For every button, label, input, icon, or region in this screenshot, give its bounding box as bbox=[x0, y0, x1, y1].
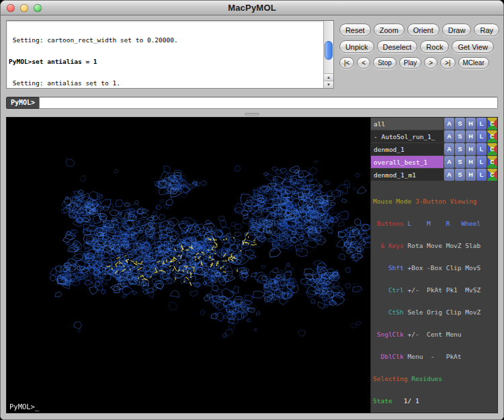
mclear-button[interactable]: MClear bbox=[458, 57, 489, 69]
upper-section: Setting: cartoon_rect_width set to 0.200… bbox=[1, 15, 503, 96]
mouse-keys-row: & Keys Rota Move MovZ Slab bbox=[373, 242, 497, 249]
console-output: Setting: cartoon_rect_width set to 0.200… bbox=[6, 20, 334, 89]
mouse-mode-header[interactable]: Mouse Mode 3-Button Viewing bbox=[373, 198, 497, 205]
orient-button[interactable]: Orient bbox=[407, 24, 439, 36]
movie-forward-button[interactable]: > bbox=[424, 57, 437, 69]
action-button-a[interactable]: A bbox=[444, 143, 454, 155]
color-button-c[interactable]: C bbox=[487, 169, 497, 181]
get-view-button[interactable]: Get View bbox=[452, 40, 493, 53]
splitter bbox=[1, 112, 503, 117]
title-bar[interactable]: MacPyMOL bbox=[1, 1, 503, 15]
object-name[interactable]: denmod_1 bbox=[371, 143, 444, 155]
object-name[interactable]: overall_best_1 bbox=[371, 156, 444, 168]
bottom-frame bbox=[1, 413, 503, 419]
splitter-grip[interactable] bbox=[245, 113, 259, 116]
viewport-canvas[interactable] bbox=[7, 118, 370, 413]
object-panel: all A S H L C - AutoSol_run_1_ A S H L C… bbox=[370, 117, 498, 413]
button-row-1: Reset Zoom Orient Draw Ray bbox=[339, 24, 499, 36]
movie-first-button[interactable]: |< bbox=[339, 57, 354, 69]
action-button-a[interactable]: A bbox=[444, 156, 454, 168]
mouse-snglclk-row: SnglClk +/- Cent Menu bbox=[373, 331, 497, 338]
mouse-ctrl-row: Ctrl +/- PkAt Pk1 MvSZ bbox=[373, 286, 497, 294]
viewport-prompt: PyMOL>_ bbox=[9, 403, 39, 411]
object-row-autosol-run: - AutoSol_run_1_ A S H L C bbox=[371, 130, 497, 142]
mouse-ctsh-row: CtSh Sele Orig Clip MovZ bbox=[373, 308, 497, 316]
show-button-s[interactable]: S bbox=[455, 156, 465, 168]
control-buttons: Reset Zoom Orient Draw Ray Unpick Desele… bbox=[339, 20, 499, 93]
label-button-l[interactable]: L bbox=[476, 169, 487, 181]
window-title: MacPyMOL bbox=[1, 3, 503, 13]
console-line: Setting: cartoon_rect_width set to 0.200… bbox=[9, 37, 321, 44]
object-row-overall-best: overall_best_1 A S H L C bbox=[371, 156, 497, 168]
draw-button[interactable]: Draw bbox=[442, 24, 472, 36]
action-button-a[interactable]: A bbox=[444, 130, 454, 142]
hide-button-h[interactable]: H bbox=[466, 156, 476, 168]
ray-button[interactable]: Ray bbox=[474, 24, 499, 36]
selecting-mode-toggle[interactable]: Selecting Residues bbox=[373, 375, 497, 382]
hide-button-h[interactable]: H bbox=[466, 118, 476, 130]
console-scrollbar[interactable]: ▲ ▼ bbox=[323, 21, 333, 88]
hide-button-h[interactable]: H bbox=[466, 143, 476, 155]
rock-button[interactable]: Rock bbox=[420, 40, 449, 53]
console-text: Setting: cartoon_rect_width set to 0.200… bbox=[7, 21, 323, 88]
show-button-s[interactable]: S bbox=[455, 118, 465, 130]
mouse-shift-row: Shft +Box -Box Clip MovS bbox=[373, 264, 497, 271]
movie-back-button[interactable]: < bbox=[357, 57, 370, 69]
macpymol-window: MacPyMOL Setting: cartoon_rect_width set… bbox=[0, 0, 504, 420]
show-button-s[interactable]: S bbox=[455, 169, 465, 181]
zoom-window-button[interactable] bbox=[34, 4, 42, 12]
object-name[interactable]: - AutoSol_run_1_ bbox=[371, 130, 444, 142]
object-name[interactable]: all bbox=[371, 118, 444, 130]
window-controls bbox=[7, 4, 42, 12]
scroll-up-icon[interactable]: ▲ bbox=[324, 73, 333, 81]
button-row-3: |< < Stop Play > >| MClear bbox=[339, 57, 499, 69]
hide-button-h[interactable]: H bbox=[466, 130, 476, 142]
console-line: Setting: antialias set to 1. bbox=[9, 80, 321, 87]
button-row-2: Unpick Deselect Rock Get View bbox=[339, 40, 499, 53]
color-button-c[interactable]: C bbox=[487, 118, 497, 130]
show-button-s[interactable]: S bbox=[455, 143, 465, 155]
label-button-l[interactable]: L bbox=[476, 156, 487, 168]
action-button-a[interactable]: A bbox=[444, 118, 454, 130]
command-input[interactable] bbox=[39, 97, 498, 109]
object-row-denmod-1-m1: denmod_1_m1 A S H L C bbox=[371, 169, 497, 181]
color-button-c[interactable]: C bbox=[487, 130, 497, 142]
stop-button[interactable]: Stop bbox=[373, 57, 396, 69]
action-button-a[interactable]: A bbox=[444, 169, 454, 181]
command-row: PyMOL> bbox=[1, 96, 503, 112]
deselect-button[interactable]: Deselect bbox=[377, 40, 418, 53]
label-button-l[interactable]: L bbox=[476, 118, 487, 130]
object-row-denmod-1: denmod_1 A S H L C bbox=[371, 143, 497, 155]
color-button-c[interactable]: C bbox=[487, 156, 497, 168]
minimize-button[interactable] bbox=[20, 4, 28, 12]
unpick-button[interactable]: Unpick bbox=[339, 40, 374, 53]
close-button[interactable] bbox=[7, 4, 15, 12]
color-button-c[interactable]: C bbox=[487, 143, 497, 155]
prompt-label: PyMOL> bbox=[6, 97, 39, 109]
state-indicator[interactable]: State 1/ 1 bbox=[373, 397, 497, 405]
console-line: PyMOL>set antialias = 1 bbox=[9, 58, 321, 66]
object-row-all: all A S H L C bbox=[371, 118, 497, 130]
show-button-s[interactable]: S bbox=[455, 130, 465, 142]
zoom-button[interactable]: Zoom bbox=[374, 24, 405, 36]
label-button-l[interactable]: L bbox=[476, 143, 487, 155]
play-button[interactable]: Play bbox=[399, 57, 421, 69]
3d-viewport: PyMOL>_ bbox=[6, 117, 370, 413]
scrollbar-thumb[interactable] bbox=[325, 41, 333, 60]
object-name[interactable]: denmod_1_m1 bbox=[371, 169, 444, 181]
mouse-dblclk-row: DblClk Menu - PkAt bbox=[373, 353, 497, 360]
label-button-l[interactable]: L bbox=[476, 130, 487, 142]
reset-button[interactable]: Reset bbox=[339, 24, 371, 36]
main-area: PyMOL>_ all A S H L C - AutoSol_run_1_ A… bbox=[1, 117, 503, 413]
mouse-mode-panel: Mouse Mode 3-Button Viewing Buttons L M … bbox=[371, 181, 497, 420]
mouse-buttons-row: Buttons L M R Wheel bbox=[373, 220, 497, 227]
scroll-down-icon[interactable]: ▼ bbox=[324, 81, 333, 88]
hide-button-h[interactable]: H bbox=[466, 169, 476, 181]
movie-last-button[interactable]: >| bbox=[440, 57, 455, 69]
